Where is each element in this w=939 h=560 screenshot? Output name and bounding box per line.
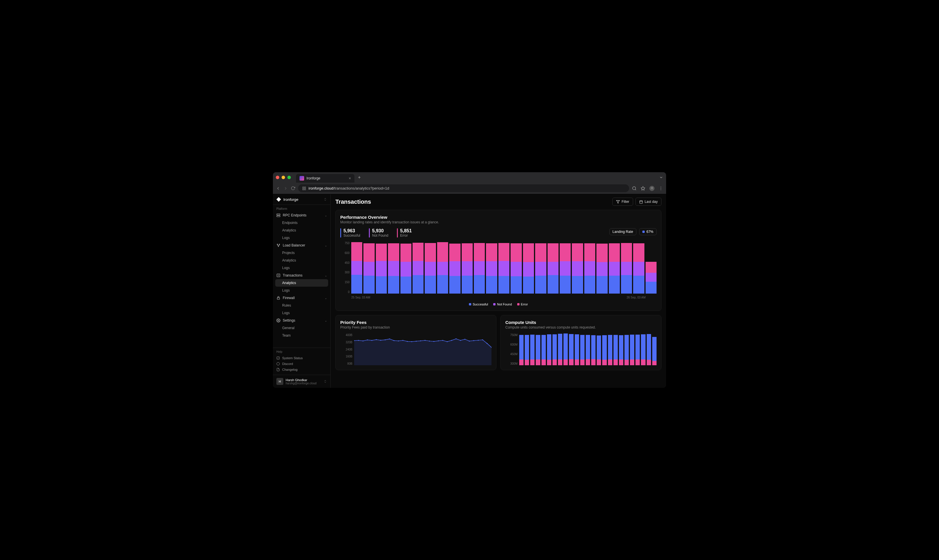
sidebar-group-settings[interactable]: Settings⌄ — [273, 317, 330, 324]
bar-segment-error — [547, 243, 558, 262]
url-host: ironforge.cloud — [308, 186, 333, 191]
sidebar-item-analytics[interactable]: Analytics — [273, 226, 330, 234]
org-switcher-icon[interactable] — [324, 198, 327, 201]
bar-segment-consumed — [575, 360, 579, 365]
sidebar-item-logs[interactable]: Logs — [273, 287, 330, 294]
bar-segment-successful — [646, 282, 657, 294]
back-button[interactable] — [276, 186, 281, 191]
profile-avatar[interactable]: H — [649, 186, 655, 191]
bar-column — [614, 335, 618, 365]
sidebar-group-label: RPC Endpoints — [283, 213, 307, 217]
window-minimize[interactable] — [282, 176, 285, 179]
bar-segment-not-found — [609, 262, 620, 276]
bar-column — [641, 334, 645, 365]
help-item-system-status[interactable]: System Status — [276, 355, 327, 361]
window-maximize[interactable] — [287, 176, 291, 179]
sidebar-item-general[interactable]: General — [273, 324, 330, 332]
bookmark-icon[interactable] — [641, 186, 645, 191]
user-switch-icon[interactable] — [324, 380, 327, 383]
landing-rate-swatch — [642, 231, 645, 233]
bar-column — [652, 337, 657, 365]
sidebar-group-transactions[interactable]: Transactions⌄ — [273, 272, 330, 279]
address-bar[interactable]: ironforge.cloud/transactions/analytics?p… — [298, 185, 629, 192]
browser-tab[interactable]: Ironforge × — [296, 174, 355, 183]
svg-rect-10 — [277, 214, 280, 215]
window-close[interactable] — [276, 176, 279, 179]
bar-segment-consumed — [641, 360, 645, 365]
sidebar-item-logs[interactable]: Logs — [273, 264, 330, 272]
stat-bar — [340, 228, 341, 237]
site-settings-icon[interactable] — [302, 186, 306, 191]
bar-segment-requested — [591, 335, 595, 359]
y-tick: 150 — [340, 281, 350, 284]
bar-segment-error — [388, 243, 399, 261]
period-button[interactable]: Last day — [635, 198, 661, 206]
sidebar-item-logs[interactable]: Logs — [273, 234, 330, 242]
svg-rect-2 — [304, 189, 305, 190]
transactions-icon — [276, 273, 281, 277]
sidebar-item-analytics[interactable]: Analytics — [275, 279, 328, 287]
data-point — [438, 340, 439, 341]
data-point — [402, 340, 404, 341]
bar-segment-error — [413, 243, 424, 261]
bar-column — [630, 335, 634, 365]
sidebar-user[interactable]: H Harsh Ghodkar harshg@ironforge.cloud — [273, 375, 330, 388]
bar-segment-requested — [569, 334, 573, 359]
branch-icon — [276, 243, 281, 247]
sidebar-item-logs[interactable]: Logs — [273, 309, 330, 317]
stat-value: 5,851 — [400, 228, 412, 234]
zoom-icon[interactable] — [632, 186, 637, 191]
reload-button[interactable] — [291, 186, 295, 191]
help-item-discord[interactable]: Discord — [276, 361, 327, 367]
bar-column — [563, 334, 568, 365]
data-point — [384, 340, 385, 340]
tab-close-icon[interactable]: × — [348, 176, 351, 181]
sidebar-item-projects[interactable]: Projects — [273, 249, 330, 257]
bar-segment-consumed — [591, 359, 595, 365]
y-tick: 450 — [340, 261, 350, 265]
filter-button[interactable]: Filter — [612, 198, 633, 206]
sidebar-group-load-balancer[interactable]: Load Balancer⌄ — [273, 242, 330, 249]
bar-segment-consumed — [635, 360, 640, 365]
tabstrip-menu[interactable] — [659, 175, 663, 180]
sidebar-item-endpoints[interactable]: Endpoints — [273, 219, 330, 226]
data-point — [469, 341, 470, 342]
chevron-down-icon: ⌄ — [325, 274, 327, 277]
bar-column — [535, 243, 546, 294]
bar-column — [552, 334, 557, 365]
bar-segment-not-found — [597, 262, 607, 276]
titlebar: Ironforge × + — [273, 172, 666, 183]
bar-segment-requested — [541, 335, 546, 360]
y-tick: 400B — [340, 334, 352, 337]
bar-segment-successful — [621, 275, 632, 294]
sidebar-group-label: Settings — [283, 318, 295, 323]
data-point — [389, 338, 390, 339]
sidebar-item-team[interactable]: Team — [273, 332, 330, 339]
svg-point-16 — [278, 246, 279, 246]
logo-icon — [276, 197, 281, 202]
sidebar-header[interactable]: Ironforge — [273, 194, 330, 205]
sidebar-item-rules[interactable]: Rules — [273, 302, 330, 309]
bar-segment-successful — [351, 275, 362, 294]
new-tab-button[interactable]: + — [358, 175, 361, 180]
help-item-changelog[interactable]: Changelog — [276, 367, 327, 372]
sidebar-item-analytics[interactable]: Analytics — [273, 257, 330, 264]
sidebar-group-firewall[interactable]: Firewall⌄ — [273, 294, 330, 302]
sidebar-group-rpc-endpoints[interactable]: RPC Endpoints⌄ — [273, 212, 330, 219]
browser-menu-icon[interactable] — [658, 186, 663, 191]
bar-segment-successful — [462, 276, 473, 294]
legend-label: Error — [521, 303, 528, 306]
svg-rect-3 — [303, 189, 304, 190]
data-point — [443, 340, 444, 341]
app-root: Ironforge Platform RPC Endpoints⌄Endpoin… — [273, 194, 666, 388]
bar-segment-requested — [580, 335, 584, 360]
bar-column — [547, 334, 551, 365]
area-fill — [354, 339, 492, 365]
forward-button[interactable] — [283, 186, 288, 191]
bar-segment-requested — [547, 334, 551, 360]
priority-fees-card: Priority Fees Priority Fees paid by tran… — [335, 315, 496, 370]
bar-segment-consumed — [519, 360, 524, 365]
gear-icon — [276, 318, 281, 323]
svg-rect-20 — [277, 357, 279, 360]
bar-column — [530, 335, 535, 365]
